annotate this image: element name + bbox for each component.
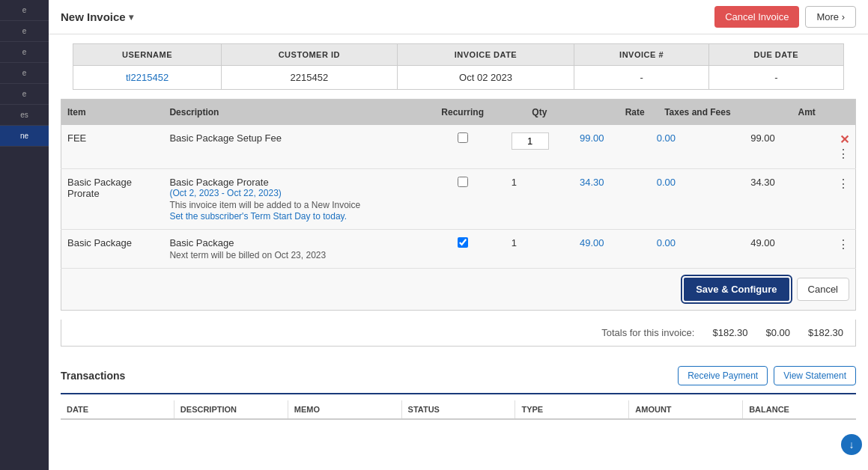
item-taxes-basic[interactable]: 0.00 bbox=[651, 230, 744, 269]
item-actions-basic: ⋮ bbox=[822, 230, 856, 269]
trans-col-type: Type bbox=[515, 400, 629, 418]
chevron-down-icon: ▾ bbox=[129, 12, 133, 22]
th-taxes: Taxes and Fees bbox=[651, 100, 744, 126]
delete-icon[interactable]: ✕ bbox=[828, 132, 849, 147]
save-configure-actions: Save & Configure Cancel bbox=[67, 276, 849, 302]
recurring-checkbox-basic[interactable] bbox=[458, 237, 468, 248]
more-options-icon[interactable]: ⋮ bbox=[828, 237, 849, 251]
trans-col-memo: Memo bbox=[288, 400, 402, 418]
item-amt-basic: 49.00 bbox=[744, 230, 822, 269]
item-qty-prorate: 1 bbox=[506, 169, 574, 230]
term-start-link[interactable]: Set the subscriber's Term Start Day to t… bbox=[169, 211, 347, 222]
th-amt: Amt bbox=[744, 100, 822, 126]
invoice-date-cell: Oct 02 2023 bbox=[397, 66, 574, 90]
item-desc-prorate: Basic Package Prorate (Oct 2, 2023 - Oct… bbox=[163, 169, 419, 230]
totals-subtotal: $182.30 bbox=[712, 327, 747, 338]
col-header-invoice-date: INVOICE DATE bbox=[397, 44, 574, 66]
th-rate: Rate bbox=[574, 100, 651, 126]
save-configure-cell: Save & Configure Cancel bbox=[61, 269, 856, 311]
username-link[interactable]: tl2215452 bbox=[126, 72, 169, 83]
info-table: USERNAME CUSTOMER ID INVOICE DATE INVOIC… bbox=[73, 43, 844, 90]
qty-input-fee[interactable] bbox=[512, 132, 549, 150]
top-bar-actions: Cancel Invoice More › bbox=[714, 6, 856, 28]
item-amt-fee: 99.00 bbox=[744, 125, 822, 169]
view-statement-button[interactable]: View Statement bbox=[774, 366, 856, 385]
scroll-down-icon: ↓ bbox=[849, 439, 855, 451]
item-qty-fee[interactable] bbox=[506, 125, 574, 169]
new-invoice-label: New Invoice bbox=[61, 10, 126, 23]
table-row: Basic Package Basic Package Next term wi… bbox=[61, 230, 856, 269]
th-item: Item bbox=[61, 100, 164, 126]
transactions-header: Transactions Receive Payment View Statem… bbox=[61, 358, 856, 394]
sidebar-item-6[interactable]: es bbox=[0, 105, 49, 126]
item-rate-basic[interactable]: 49.00 bbox=[574, 230, 651, 269]
receive-payment-button[interactable]: Receive Payment bbox=[678, 366, 768, 385]
transactions-title: Transactions bbox=[61, 370, 125, 382]
trans-col-amount: Amount bbox=[629, 400, 743, 418]
item-taxes-fee[interactable]: 0.00 bbox=[651, 125, 744, 169]
item-name-basic: Basic Package bbox=[61, 230, 164, 269]
due-date-cell: - bbox=[708, 66, 843, 90]
recurring-checkbox-fee[interactable] bbox=[458, 132, 468, 143]
col-header-username: USERNAME bbox=[73, 44, 222, 66]
new-invoice-button[interactable]: New Invoice ▾ bbox=[61, 10, 133, 23]
trans-col-date: Date bbox=[61, 400, 174, 418]
item-name-fee: FEE bbox=[61, 125, 164, 169]
item-name-prorate: Basic Package Prorate bbox=[61, 169, 164, 230]
sidebar: e e e e e es ne bbox=[0, 0, 49, 470]
trans-col-status: Status bbox=[402, 400, 516, 418]
th-qty: Qty bbox=[506, 100, 574, 126]
sidebar-item-1[interactable]: e bbox=[0, 0, 49, 21]
item-desc-basic: Basic Package Next term will be billed o… bbox=[163, 230, 419, 269]
transactions-actions: Receive Payment View Statement bbox=[678, 366, 856, 385]
item-taxes-prorate[interactable]: 0.00 bbox=[651, 169, 744, 230]
col-header-customer-id: CUSTOMER ID bbox=[222, 44, 397, 66]
totals-taxes: $0.00 bbox=[765, 327, 790, 338]
scroll-down-button[interactable]: ↓ bbox=[841, 434, 862, 455]
totals-label: Totals for this invoice: bbox=[601, 327, 694, 338]
items-table: Item Description Recurring Qty Rate Taxe… bbox=[61, 99, 856, 311]
sidebar-item-3[interactable]: e bbox=[0, 42, 49, 63]
customer-id-cell: 2215452 bbox=[222, 66, 397, 90]
transactions-section: Transactions Receive Payment View Statem… bbox=[61, 358, 856, 420]
save-configure-row: Save & Configure Cancel bbox=[61, 269, 856, 311]
sidebar-item-4[interactable]: e bbox=[0, 63, 49, 84]
table-row: Basic Package Prorate Basic Package Pror… bbox=[61, 169, 856, 230]
sidebar-item-2[interactable]: e bbox=[0, 21, 49, 42]
sidebar-item-7[interactable]: ne bbox=[0, 126, 49, 147]
recurring-checkbox-prorate[interactable] bbox=[458, 177, 468, 187]
th-description: Description bbox=[163, 100, 419, 126]
th-action bbox=[822, 100, 856, 126]
totals-container: Totals for this invoice: $182.30 $0.00 $… bbox=[61, 320, 856, 347]
item-recurring-fee[interactable] bbox=[420, 125, 506, 169]
item-rate-fee[interactable]: 99.00 bbox=[574, 125, 651, 169]
trans-col-description: Description bbox=[174, 400, 288, 418]
save-configure-button[interactable]: Save & Configure bbox=[682, 276, 790, 302]
col-header-invoice-num: INVOICE # bbox=[574, 44, 708, 66]
item-actions-fee: ✕ ⋮ bbox=[822, 125, 856, 169]
items-section: Item Description Recurring Qty Rate Taxe… bbox=[61, 99, 856, 311]
item-amt-prorate: 34.30 bbox=[744, 169, 822, 230]
col-header-due-date: DUE DATE bbox=[708, 44, 843, 66]
item-rate-prorate[interactable]: 34.30 bbox=[574, 169, 651, 230]
more-options-icon[interactable]: ⋮ bbox=[828, 147, 849, 161]
item-actions-prorate: ⋮ bbox=[822, 169, 856, 230]
cancel-item-button[interactable]: Cancel bbox=[797, 278, 849, 301]
info-table-container: USERNAME CUSTOMER ID INVOICE DATE INVOIC… bbox=[61, 43, 856, 90]
transactions-columns: Date Description Memo Status Type Amount… bbox=[61, 400, 856, 420]
trans-col-balance: Balance bbox=[743, 400, 856, 418]
more-options-icon[interactable]: ⋮ bbox=[828, 177, 849, 191]
item-desc-fee: Basic Package Setup Fee bbox=[163, 125, 419, 169]
sidebar-item-5[interactable]: e bbox=[0, 84, 49, 105]
totals-total: $182.30 bbox=[808, 327, 843, 338]
item-recurring-prorate[interactable] bbox=[420, 169, 506, 230]
more-button[interactable]: More › bbox=[805, 6, 856, 28]
item-recurring-basic[interactable] bbox=[420, 230, 506, 269]
cancel-invoice-button[interactable]: Cancel Invoice bbox=[714, 6, 799, 28]
top-bar: New Invoice ▾ Cancel Invoice More › bbox=[49, 0, 868, 34]
table-row: FEE Basic Package Setup Fee 99.00 0.00 9… bbox=[61, 125, 856, 169]
item-qty-basic: 1 bbox=[506, 230, 574, 269]
invoice-num-cell: - bbox=[574, 66, 708, 90]
th-recurring: Recurring bbox=[420, 100, 506, 126]
